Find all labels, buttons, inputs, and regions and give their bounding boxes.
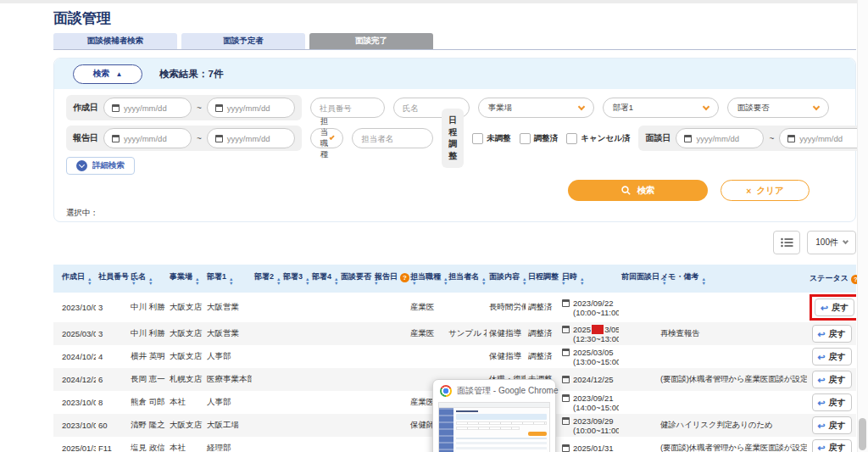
preview-window-title: 面談管理 - Google Chrome: [457, 385, 558, 397]
chrome-taskbar-preview[interactable]: 面談管理 - Google Chrome: [432, 379, 556, 452]
column-header[interactable]: 面談内容▲▼: [487, 265, 526, 293]
column-header[interactable]: 日程調整▲▼: [526, 265, 559, 293]
tab-completed[interactable]: 面談完了: [309, 33, 433, 49]
cell-job: 産業医: [408, 322, 446, 345]
list-view-button[interactable]: [773, 231, 800, 254]
column-header[interactable]: 事業場▲▼: [167, 265, 204, 293]
column-header[interactable]: 担当者名▲▼: [446, 265, 487, 293]
restore-button[interactable]: ↩戻す: [812, 416, 852, 434]
chrome-icon: [440, 385, 452, 397]
advanced-search-button[interactable]: 詳細検索: [66, 157, 135, 175]
cell-dept3: [281, 345, 309, 368]
search-button[interactable]: 検索: [568, 180, 708, 201]
staff-name-input[interactable]: [352, 128, 433, 148]
search-actions: 検索 × クリア: [66, 180, 843, 201]
column-header[interactable]: 報告日?▲▼: [372, 265, 408, 293]
sort-icon: ▲▼: [305, 277, 309, 286]
dept1-select[interactable]: 部署1: [603, 98, 719, 118]
column-header[interactable]: 部署2▲▼: [252, 265, 281, 293]
scrollbar-thumb[interactable]: [859, 418, 866, 450]
column-header[interactable]: 部署4▲▼: [309, 265, 338, 293]
help-icon[interactable]: ?: [400, 273, 409, 282]
column-header[interactable]: 前回面談日▲▼: [619, 265, 658, 293]
worksite-select[interactable]: 事業場: [478, 98, 594, 118]
cell-dept4: [309, 437, 338, 452]
cell-status: ↩戻す: [807, 437, 856, 452]
cell-prev-interview: [619, 345, 658, 368]
restore-button[interactable]: ↩戻す: [812, 439, 852, 452]
created-date-label: 作成日: [73, 102, 98, 114]
undo-icon: ↩: [817, 421, 825, 430]
created-date-from-input[interactable]: yyyy/mm/dd: [103, 98, 192, 118]
column-header[interactable]: 部署3▲▼: [281, 265, 309, 293]
report-date-group: 報告日 yyyy/mm/dd ~ yyyy/mm/dd: [66, 126, 302, 151]
page-size-select[interactable]: 100件: [807, 231, 856, 254]
tab-scheduled[interactable]: 面談予定者: [181, 33, 305, 49]
column-header[interactable]: 面談要否▲▼: [338, 265, 372, 293]
interview-date-from-input[interactable]: yyyy/mm/dd: [676, 128, 764, 148]
sort-icon: ▲▼: [334, 277, 338, 286]
undo-icon: ↩: [821, 304, 828, 312]
cell-dept2: [252, 322, 281, 345]
chevron-circle-icon: [76, 160, 87, 171]
table-row: 2024/10/294横井 英明大阪支店人事部保健指導調整済2025/03/05…: [53, 345, 856, 368]
restore-button[interactable]: ↩戻す: [812, 325, 852, 343]
calendar-icon: [215, 104, 223, 112]
restore-button[interactable]: ↩戻す: [812, 393, 852, 411]
tab-candidate-search[interactable]: 面談候補者検索: [53, 33, 177, 49]
column-header[interactable]: 作成日▲▼: [53, 265, 96, 293]
tab-underline: [53, 49, 856, 50]
restore-button[interactable]: ↩戻す: [812, 371, 852, 388]
page-title: 面談管理: [53, 8, 111, 28]
page-scrollbar[interactable]: [857, 0, 868, 452]
cell-prev-interview: [619, 322, 658, 345]
cell-report: [372, 322, 408, 345]
created-date-to-input[interactable]: yyyy/mm/dd: [207, 98, 295, 118]
cell-staff: [446, 293, 487, 322]
cell-prev-interview: [619, 437, 658, 452]
restore-button[interactable]: ↩戻す: [815, 299, 854, 316]
range-separator: ~: [769, 134, 774, 143]
cell-memo: 健診ハイリスク判定ありのため: [658, 414, 807, 437]
report-date-to-input[interactable]: yyyy/mm/dd: [207, 128, 295, 148]
cell-dept1: 医療事業本部: [204, 368, 252, 391]
column-header[interactable]: 部署1▲▼: [204, 265, 252, 293]
interview-date-group: 面談日 yyyy/mm/dd ~ yyyy/mm/dd: [638, 126, 868, 151]
chrome-window-thumbnail[interactable]: [438, 402, 550, 452]
restore-button[interactable]: ↩戻す: [812, 348, 852, 366]
cell-worksite: 本社: [167, 391, 204, 414]
sort-icon: ▲▼: [87, 277, 92, 286]
search-collapse-button[interactable]: 検索 ▲: [73, 64, 142, 84]
table-row: 2025/03/053中川 利勝大阪支店大阪営業産業医サンプル 花子保健指導調整…: [53, 322, 856, 345]
cell-created: 2024/10/29: [53, 345, 96, 368]
employee-no-input[interactable]: [310, 98, 385, 118]
cell-created: 2024/12/25: [53, 368, 96, 391]
cell-report: [372, 345, 408, 368]
column-header[interactable]: メモ・備考▲▼: [658, 265, 807, 293]
report-date-from-input[interactable]: yyyy/mm/dd: [103, 128, 192, 148]
job-type-select[interactable]: 担当職種: [310, 128, 344, 148]
cell-status: ↩戻す: [807, 322, 856, 345]
cell-schedule: 調整済: [526, 293, 559, 322]
cell-dept1: 経理部: [204, 437, 252, 452]
column-header[interactable]: 氏名▲▼: [128, 265, 167, 293]
report-date-label: 報告日: [73, 132, 98, 144]
calendar-icon: [112, 104, 120, 112]
column-header[interactable]: 社員番号▲▼: [96, 265, 128, 293]
cell-name: 塩見 政信: [128, 437, 167, 452]
adjusted-checkbox[interactable]: [520, 133, 531, 144]
interview-date-to-input[interactable]: yyyy/mm/dd: [779, 128, 867, 148]
cell-emp_no: 8: [96, 391, 128, 414]
unadjusted-checkbox[interactable]: [472, 133, 483, 144]
cancelled-checkbox[interactable]: [566, 133, 577, 144]
column-header[interactable]: 日時▲▼: [559, 265, 619, 293]
cell-need: [338, 437, 372, 452]
search-result-count: 検索結果：7件: [159, 68, 223, 81]
interview-need-select[interactable]: 面談要否: [727, 98, 829, 118]
column-header[interactable]: 担当職種▲▼: [408, 265, 446, 293]
sort-icon: ▲▼: [481, 277, 486, 286]
interview-date-label: 面談日: [645, 132, 670, 144]
sort-icon: ▲▼: [522, 277, 526, 286]
clear-button[interactable]: × クリア: [721, 180, 810, 201]
cell-name: 清野 隆之: [128, 414, 167, 437]
